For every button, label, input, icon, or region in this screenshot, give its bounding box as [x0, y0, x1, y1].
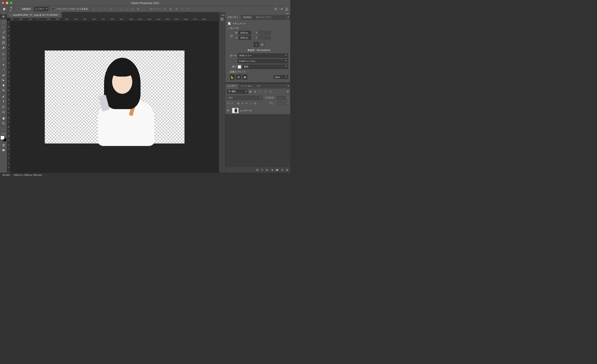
layer-filter-select[interactable]: 🔍 種類: [227, 90, 248, 94]
crop-tool[interactable]: [0, 35, 7, 40]
adjustment-layer-icon[interactable]: ◑: [271, 168, 274, 171]
document-dimensions[interactable]: 1600 px x 1066 px (300 ppi): [14, 174, 45, 176]
dodge-tool[interactable]: [0, 88, 7, 93]
blend-mode-select[interactable]: 通常: [227, 96, 263, 100]
lasso-tool[interactable]: [0, 24, 7, 30]
more-options-icon[interactable]: ...: [142, 7, 146, 11]
ruler-toggle-button[interactable]: 📐: [230, 75, 235, 80]
layer-mask-icon[interactable]: ◐: [266, 168, 269, 171]
type-tool[interactable]: T: [0, 99, 7, 104]
lock-position-icon[interactable]: ✥: [246, 102, 248, 105]
marquee-tool[interactable]: [0, 19, 7, 24]
align-center-h-icon[interactable]: ⫠: [97, 7, 102, 11]
layer-group-icon[interactable]: 📁: [276, 168, 279, 171]
canvas-section-header[interactable]: カンバス: [228, 27, 288, 30]
tab-layers[interactable]: レイヤー: [225, 84, 239, 89]
home-button[interactable]: [2, 7, 7, 12]
fill-select[interactable]: 透明: [242, 65, 288, 69]
delete-layer-icon[interactable]: 🗑: [286, 168, 289, 171]
eyedropper-tool[interactable]: [0, 45, 7, 50]
dock-panel-icon[interactable]: [219, 16, 225, 22]
frame-tool[interactable]: [0, 40, 7, 45]
canvas-viewport[interactable]: [10, 21, 219, 173]
move-tool-icon[interactable]: ✥ ▾: [10, 7, 14, 11]
link-dimensions-icon[interactable]: ⛓: [230, 34, 233, 38]
brush-tool[interactable]: [0, 57, 7, 62]
share-icon[interactable]: [285, 7, 289, 11]
bounding-box-checkbox[interactable]: [52, 8, 55, 10]
workspace-switcher-icon[interactable]: ▢▾: [279, 7, 283, 11]
move-tool[interactable]: [0, 14, 7, 19]
layer-item[interactable]: 👁 レイヤー 0: [225, 107, 290, 114]
distribute-icon[interactable]: ≣: [136, 7, 140, 11]
new-layer-icon[interactable]: ⊞: [281, 168, 283, 171]
blur-tool[interactable]: [0, 82, 7, 88]
layer-style-icon[interactable]: fx: [261, 168, 264, 171]
swap-colors-icon[interactable]: ⤭ ◱: [0, 132, 7, 135]
filter-smartobj-icon[interactable]: ◫: [269, 90, 272, 93]
align-middle-icon[interactable]: ⫨: [124, 7, 128, 11]
guides-toggle-button[interactable]: ▦: [242, 75, 247, 80]
expand-dock-icon[interactable]: ◀◀: [219, 14, 225, 16]
history-brush-tool[interactable]: [0, 67, 7, 72]
fill-stepper-icon[interactable]: ▾: [288, 102, 289, 104]
landscape-orientation-button[interactable]: ▭: [259, 42, 265, 47]
magic-wand-tool[interactable]: [0, 30, 7, 35]
width-input[interactable]: [239, 31, 251, 35]
align-bottom-icon[interactable]: ⫡: [130, 7, 134, 11]
align-top-icon[interactable]: ⫠: [118, 7, 123, 11]
lock-artboard-icon[interactable]: ▢: [250, 102, 252, 105]
layer-visibility-icon[interactable]: 👁: [227, 109, 230, 112]
horizontal-ruler[interactable]: 3002001000100200300400500600700800900100…: [10, 18, 219, 21]
unit-select[interactable]: pixel: [274, 75, 288, 79]
hand-tool[interactable]: [0, 115, 7, 121]
gradient-tool[interactable]: [0, 77, 7, 82]
filter-toggle-icon[interactable]: [287, 91, 289, 92]
portrait-orientation-button[interactable]: ▯: [254, 42, 259, 47]
panel-menu-icon[interactable]: ≡: [286, 84, 290, 89]
filter-pixel-icon[interactable]: ▣: [249, 90, 252, 93]
document-tab[interactable]: × sayaIMGL8064_TP_V.jpg @ 86.7% (RGB/8) …: [7, 12, 62, 18]
lock-all-icon[interactable]: 🔒: [254, 102, 257, 105]
opacity-stepper-icon[interactable]: ▾: [288, 97, 289, 99]
path-selection-tool[interactable]: [0, 104, 7, 109]
zoom-level[interactable]: 86.68%: [2, 174, 10, 176]
tab-adjustments[interactable]: 色調補正: [241, 15, 254, 20]
edit-toolbar-icon[interactable]: ⋯: [0, 127, 7, 132]
opacity-input[interactable]: 100%: [277, 96, 285, 100]
bit-depth-select[interactable]: 8 bit/チャンネル: [238, 59, 288, 63]
collapse-panels-icon[interactable]: ▶▶: [225, 12, 290, 15]
close-window-button[interactable]: [2, 2, 4, 4]
rectangle-tool[interactable]: [0, 109, 7, 114]
align-right-icon[interactable]: ⫟: [103, 7, 107, 11]
height-input[interactable]: [239, 36, 251, 39]
eraser-tool[interactable]: [0, 72, 7, 77]
fill-swatch[interactable]: [238, 65, 241, 68]
layer-thumbnail[interactable]: [232, 108, 239, 113]
tab-channels[interactable]: チャンネル: [239, 84, 254, 89]
auto-select-checkbox[interactable]: [17, 8, 20, 10]
healing-brush-tool[interactable]: [0, 51, 7, 57]
panel-grip[interactable]: [0, 12, 7, 14]
filter-type-icon[interactable]: T: [259, 90, 262, 93]
layer-list[interactable]: 👁 レイヤー 0: [225, 107, 290, 167]
align-spread-icon[interactable]: ≡: [109, 7, 113, 11]
lock-transparency-icon[interactable]: ▦: [237, 102, 239, 105]
canvas[interactable]: [45, 51, 184, 144]
link-layers-icon[interactable]: ⛓: [256, 168, 259, 171]
panel-menu-icon[interactable]: ≡: [286, 15, 290, 20]
screen-mode-icon[interactable]: [0, 148, 7, 153]
clone-stamp-tool[interactable]: [0, 62, 7, 67]
search-icon[interactable]: [274, 7, 278, 11]
rulers-section-header[interactable]: 定規とグリッド: [228, 70, 288, 73]
grid-toggle-button[interactable]: ⊞: [236, 75, 241, 80]
tab-cc-libraries[interactable]: CC ライブラリ: [254, 15, 274, 20]
foreground-color[interactable]: [1, 136, 4, 140]
align-left-icon[interactable]: ⫞: [92, 7, 96, 11]
filter-adjustment-icon[interactable]: ◐: [254, 90, 257, 93]
filter-shape-icon[interactable]: ▢: [264, 90, 267, 93]
lock-pixels-icon[interactable]: 🖌: [241, 102, 244, 104]
zoom-tool[interactable]: [0, 121, 7, 126]
color-swatch[interactable]: [1, 136, 7, 142]
color-mode-select[interactable]: RGB カラー: [238, 53, 288, 58]
